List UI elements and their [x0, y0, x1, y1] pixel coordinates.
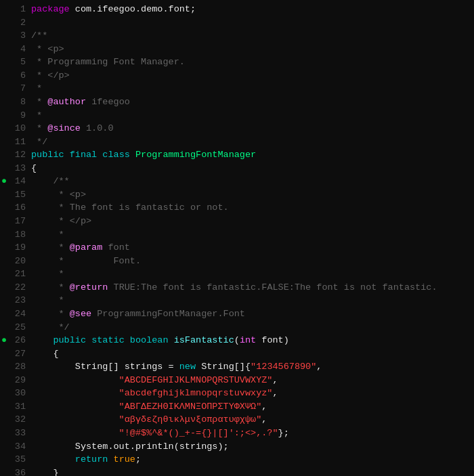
token: */ — [31, 137, 47, 147]
line-content: { — [31, 347, 474, 361]
line-content: "ABCDEFGHIJKLMNOPQRSTUVWXYZ", — [31, 374, 474, 387]
token: * — [31, 83, 42, 93]
token: * — [31, 110, 42, 121]
line-number: 7 — [9, 82, 31, 95]
code-line: 15 * <p> — [0, 188, 474, 202]
code-line: 16 * The font is fantastic or not. — [0, 201, 474, 215]
line-number: 29 — [9, 374, 31, 387]
breakpoint-arrow: ● — [0, 175, 9, 188]
code-line: 4 * <p> — [0, 43, 474, 56]
token: font — [102, 242, 130, 253]
line-content: String[] strings = new String[]{"1234567… — [31, 360, 474, 374]
code-line: 34 System.out.println(strings); — [0, 440, 474, 454]
token: * </p> — [31, 216, 91, 226]
line-content: * The font is fantastic or not. — [31, 201, 474, 215]
line-number: 9 — [9, 109, 31, 123]
token: ProgrammingFontManager.Font — [91, 309, 245, 319]
token: static — [91, 335, 130, 345]
token: * — [31, 123, 47, 133]
token: * — [31, 242, 70, 253]
code-line: 7 * — [0, 82, 474, 95]
line-number: 13 — [9, 162, 31, 175]
line-content: { — [31, 162, 474, 175]
code-line: 10 * @since 1.0.0 — [0, 122, 474, 135]
token: "1234567890" — [251, 362, 316, 372]
line-content: * @since 1.0.0 — [31, 122, 474, 135]
token: , — [261, 402, 267, 412]
line-number: 11 — [9, 135, 31, 149]
code-line: 22 * @return TRUE:The font is fantastic.… — [0, 281, 474, 295]
line-content: return true; — [31, 453, 474, 467]
line-content: package com.ifeegoo.demo.font; — [31, 3, 474, 16]
token: , — [261, 414, 267, 425]
token: */ — [31, 322, 70, 332]
token: ifeegoo — [86, 97, 130, 107]
code-line: 3/** — [0, 29, 474, 43]
code-line: 27 { — [0, 347, 474, 361]
line-content: public final class ProgrammingFontManage… — [31, 148, 474, 162]
code-line: 12public final class ProgrammingFontMana… — [0, 148, 474, 162]
line-number: 20 — [9, 255, 31, 268]
code-line: 30 "abcdefghijklmnopqrstuvwxyz", — [0, 387, 474, 400]
token: ; — [135, 454, 141, 464]
line-number: 5 — [9, 56, 31, 69]
line-number: 30 — [9, 387, 31, 400]
token: "ΑΒΓΔΕΖΗΘΙΚΛΜΝΞΟΠΡΣΤΥΦΧΨΩ" — [31, 402, 261, 412]
code-line: 19 * @param font — [0, 241, 474, 255]
breakpoint-arrow: ● — [0, 334, 9, 347]
code-line: ●14 /** — [0, 175, 474, 188]
token: public — [31, 150, 70, 160]
token: public — [53, 335, 91, 345]
token: isFantastic — [174, 335, 234, 345]
line-content: * <p> — [31, 43, 474, 56]
token: { — [31, 163, 37, 173]
token: }; — [278, 428, 289, 438]
line-number: 33 — [9, 427, 31, 440]
token: { — [31, 349, 59, 359]
token: , — [272, 375, 278, 385]
line-number: 16 — [9, 201, 31, 215]
code-line: 13{ — [0, 162, 474, 175]
line-number: 2 — [9, 16, 31, 30]
line-number: 21 — [9, 267, 31, 281]
token: boolean — [130, 335, 174, 345]
token: , — [316, 362, 322, 372]
token — [31, 454, 75, 464]
line-number: 17 — [9, 215, 31, 228]
line-number: 18 — [9, 228, 31, 242]
line-number: 14 — [9, 175, 31, 188]
token: @since — [47, 123, 81, 133]
code-line: 36 } — [0, 467, 474, 476]
line-content: * @author ifeegoo — [31, 95, 474, 109]
line-number: 28 — [9, 360, 31, 374]
line-number: 34 — [9, 440, 31, 454]
code-line: 2 — [0, 16, 474, 30]
line-content: /** — [31, 175, 474, 188]
token: * — [31, 295, 64, 305]
token: * — [31, 282, 70, 293]
code-line: 23 * — [0, 294, 474, 307]
line-number: 22 — [9, 281, 31, 295]
token: 1.0.0 — [81, 123, 114, 133]
code-line: 21 * — [0, 267, 474, 281]
line-content: * @param font — [31, 241, 474, 255]
code-line: 25 */ — [0, 321, 474, 334]
token: true — [114, 454, 135, 464]
line-number: 1 — [9, 3, 31, 16]
code-line: 28 String[] strings = new String[]{"1234… — [0, 360, 474, 374]
line-content: * Font. — [31, 255, 474, 268]
line-content — [31, 16, 474, 30]
line-content: System.out.println(strings); — [31, 440, 474, 454]
token: System.out.println(strings); — [31, 441, 229, 452]
code-line: 17 * </p> — [0, 215, 474, 228]
token: package — [31, 4, 75, 14]
line-number: 35 — [9, 453, 31, 467]
token: "abcdefghijklmnopqrstuvwxyz" — [31, 388, 272, 398]
line-number: 26 — [9, 334, 31, 347]
token: int — [240, 335, 261, 345]
token: new — [179, 362, 201, 372]
line-number: 24 — [9, 307, 31, 321]
token: "αβγδεζηθικλμνξοπρατυφχψω" — [31, 414, 261, 425]
token: * — [31, 230, 64, 240]
code-line: 5 * Programming Font Manager. — [0, 56, 474, 69]
